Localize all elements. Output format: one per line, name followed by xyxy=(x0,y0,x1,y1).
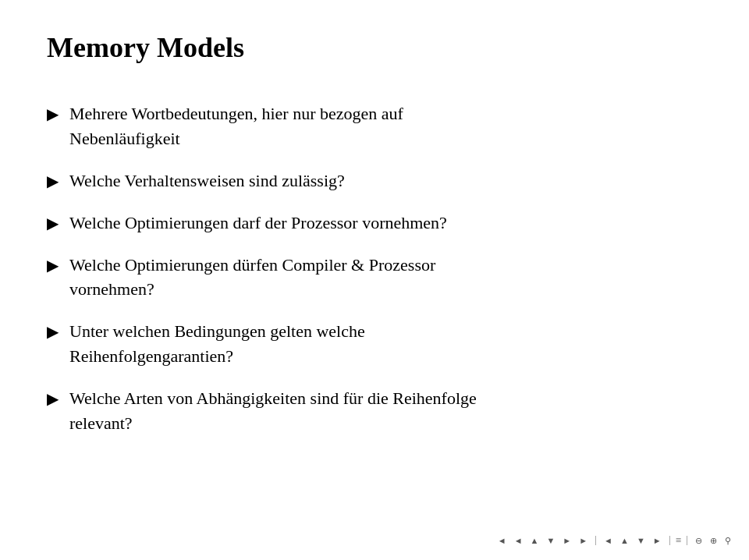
bullet-item: ▶Welche Optimierungen dürfen Compiler & … xyxy=(47,253,702,303)
bullet-arrow-icon: ▶ xyxy=(47,212,59,235)
slide-title: Memory Models xyxy=(47,31,702,64)
up-button[interactable]: ▲ xyxy=(528,534,541,547)
bullet-text: Welche Arten von Abhängigkeiten sind für… xyxy=(69,386,702,436)
bullet-list: ▶Mehrere Wortbedeutungen, hier nur bezog… xyxy=(47,101,702,453)
bullet-item: ▶Welche Optimierungen darf der Prozessor… xyxy=(47,211,702,236)
bullet-arrow-icon: ▶ xyxy=(47,388,59,410)
next-button[interactable]: ► xyxy=(577,534,590,547)
nav-controls: ◄ ◄ ▲ ▼ ► ► ◄ ▲ ▼ ► ≡ ⊖ ⊕ ⚲ xyxy=(495,534,733,548)
up2-button[interactable]: ▲ xyxy=(618,534,631,547)
prev-button[interactable]: ◄ xyxy=(495,534,509,547)
down2-button[interactable]: ▼ xyxy=(634,534,648,547)
bullet-text: Welche Optimierungen dürfen Compiler & P… xyxy=(69,253,702,303)
bullet-text: Mehrere Wortbedeutungen, hier nur bezoge… xyxy=(69,101,702,151)
bullet-arrow-icon: ▶ xyxy=(47,170,59,193)
slide-container: Memory Models ▶Mehrere Wortbedeutungen, … xyxy=(0,0,749,560)
bullet-arrow-icon: ▶ xyxy=(47,103,59,126)
nav-separator-3 xyxy=(687,536,687,545)
prev2-button[interactable]: ◄ xyxy=(602,534,615,547)
zoom-out-button[interactable]: ⊖ xyxy=(693,534,705,548)
down-button[interactable]: ▼ xyxy=(544,534,557,547)
bullet-item: ▶Welche Arten von Abhängigkeiten sind fü… xyxy=(47,386,702,436)
divider-icon: ≡ xyxy=(676,534,681,547)
search-button[interactable]: ⚲ xyxy=(722,534,733,548)
bullet-text: Welche Optimierungen darf der Prozessor … xyxy=(69,211,702,236)
bullet-arrow-icon: ▶ xyxy=(47,254,59,277)
bullet-arrow-icon: ▶ xyxy=(47,321,59,343)
bullet-item: ▶Mehrere Wortbedeutungen, hier nur bezog… xyxy=(47,101,702,151)
bullet-text: Unter welchen Bedingungen gelten welcheR… xyxy=(69,319,702,369)
zoom-in-button[interactable]: ⊕ xyxy=(708,534,719,548)
next-alt-button[interactable]: ► xyxy=(560,534,573,547)
bullet-item: ▶Unter welchen Bedingungen gelten welche… xyxy=(47,319,702,369)
nav-separator-1 xyxy=(595,536,596,545)
prev-alt-button[interactable]: ◄ xyxy=(512,534,525,547)
next2-button[interactable]: ► xyxy=(651,534,664,547)
bullet-text: Welche Verhaltensweisen sind zulässig? xyxy=(69,168,702,193)
bullet-item: ▶Welche Verhaltensweisen sind zulässig? xyxy=(47,168,702,193)
nav-separator-2 xyxy=(669,536,670,545)
nav-bar: ◄ ◄ ▲ ▼ ► ► ◄ ▲ ▼ ► ≡ ⊖ ⊕ ⚲ xyxy=(0,529,749,552)
